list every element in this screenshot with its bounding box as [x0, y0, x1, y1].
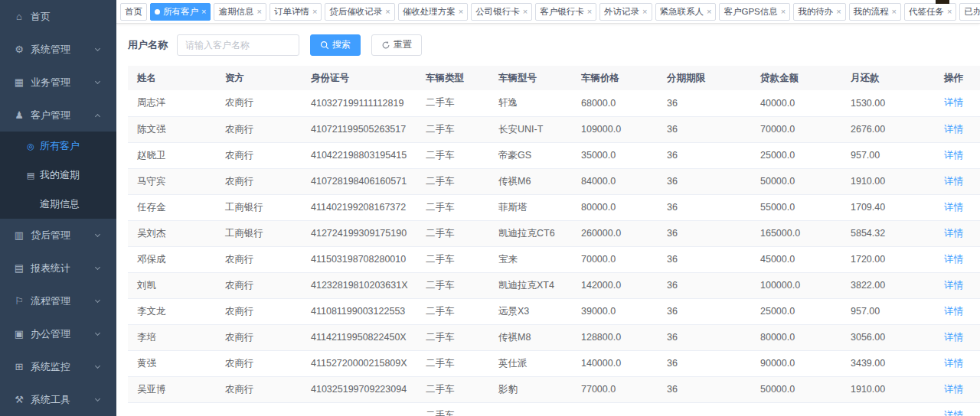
close-tab-icon[interactable]: × [892, 8, 897, 16]
sidebar-item-process[interactable]: ⚐流程管理 [0, 284, 116, 317]
table-header-row: 姓名资方身份证号车辆类型车辆型号车辆价格分期期限贷款金额月还款操作 [128, 66, 980, 90]
tab-customer-bank-card[interactable]: 客户银行卡× [535, 3, 596, 21]
close-tab-icon[interactable]: × [201, 8, 206, 16]
tab-emergency-contacts[interactable]: 紧急联系人× [655, 3, 717, 21]
table-cell: 36 [658, 220, 751, 246]
close-tab-icon[interactable]: × [642, 8, 647, 16]
chevron-down-icon [95, 45, 100, 50]
sidebar-item-label: 逾期信息 [40, 197, 80, 211]
search-button[interactable]: 搜索 [310, 34, 361, 56]
tab-home[interactable]: 首页 [120, 3, 147, 21]
table-cell: 100000.0 [751, 272, 841, 298]
table-cell [658, 402, 751, 416]
table-cell-actions: 详情 [935, 194, 980, 220]
customer-name-input[interactable] [177, 34, 299, 56]
table-cell: 55000.0 [751, 194, 841, 220]
sidebar-item-office[interactable]: ▣办公管理 [0, 317, 116, 350]
detail-link[interactable]: 详情 [944, 384, 963, 395]
table-cell-actions: 详情 [935, 272, 980, 298]
all-customers-icon: ◎ [25, 141, 36, 151]
table-cell: 农商行 [216, 298, 302, 324]
detail-link[interactable]: 详情 [944, 97, 963, 108]
table-cell: 68000.0 [572, 90, 658, 116]
tab-all-customers[interactable]: 所有客户× [150, 3, 211, 21]
sidebar-item-tools[interactable]: ⚒系统工具 [0, 383, 116, 416]
detail-link[interactable]: 详情 [944, 202, 963, 213]
close-tab-icon[interactable]: × [459, 8, 463, 16]
table-cell: 80000.0 [751, 324, 841, 350]
close-tab-icon[interactable]: × [385, 8, 390, 16]
sidebar-item-business[interactable]: ▦业务管理 [0, 66, 116, 99]
detail-link[interactable]: 详情 [944, 124, 963, 135]
table-cell: 二手车 [416, 220, 489, 246]
detail-link[interactable]: 详情 [944, 280, 963, 291]
detail-link[interactable]: 详情 [944, 410, 963, 416]
detail-link[interactable]: 详情 [944, 306, 963, 317]
chevron-down-icon [95, 362, 100, 368]
table-cell [302, 402, 416, 416]
table-row: 陈文强农商行410721199505263517二手车长安UNI-T109000… [128, 116, 980, 142]
sidebar-item-home[interactable]: ⌂首页 [0, 0, 116, 33]
close-tab-icon[interactable]: × [587, 8, 592, 16]
detail-link[interactable]: 详情 [944, 332, 963, 343]
detail-link[interactable]: 详情 [944, 254, 963, 265]
table-row: 周志洋农商行410327199111112819二手车轩逸68000.03640… [128, 90, 980, 116]
table-cell: 36 [658, 142, 751, 168]
sidebar: ⌂首页⚙系统管理▦业务管理♟客户管理◎所有客户▤我的逾期逾期信息▥贷后管理▤报表… [0, 0, 116, 416]
table-cell: 任存金 [128, 194, 216, 220]
tab-label: 逾期信息 [218, 6, 253, 18]
sidebar-item-report[interactable]: ▤报表统计 [0, 252, 116, 284]
chevron-down-icon [95, 231, 100, 236]
search-label: 用户名称 [128, 38, 168, 52]
tab-my-todo[interactable]: 我的待办× [793, 3, 845, 21]
search-icon [320, 41, 329, 50]
close-tab-icon[interactable]: × [781, 8, 786, 16]
table-cell: 马守宾 [128, 168, 216, 194]
table-cell: 吴亚博 [128, 376, 216, 402]
tab-customer-gps[interactable]: 客户GPS信息× [719, 3, 790, 21]
tab-collection-records[interactable]: 贷后催收记录× [325, 3, 394, 21]
table-cell: 1530.00 [841, 90, 935, 116]
tab-done-tasks[interactable]: 已办任务× [959, 3, 980, 21]
column-header: 月还款 [841, 66, 935, 90]
sidebar-item-overdue-info[interactable]: 逾期信息 [0, 190, 116, 219]
sidebar-item-all-customers[interactable]: ◎所有客户 [0, 132, 116, 161]
tab-my-process[interactable]: 我的流程× [849, 3, 901, 21]
tab-visit-records[interactable]: 外访记录× [599, 3, 652, 21]
reset-button[interactable]: 重置 [371, 34, 422, 56]
sidebar-item-loan[interactable]: ▥贷后管理 [0, 219, 116, 252]
close-tab-icon[interactable]: × [256, 8, 261, 16]
table-cell: 410721199505263517 [302, 116, 416, 142]
sidebar-item-system[interactable]: ⚙系统管理 [0, 33, 116, 66]
tab-overdue-info[interactable]: 逾期信息× [214, 3, 266, 21]
detail-link[interactable]: 详情 [944, 176, 963, 187]
sidebar-item-my-overdue[interactable]: ▤我的逾期 [0, 161, 116, 190]
table-cell: 36 [658, 90, 751, 116]
table-cell: 410325199709223094 [302, 376, 416, 402]
detail-link[interactable]: 详情 [944, 228, 963, 239]
tab-company-bank-card[interactable]: 公司银行卡× [471, 3, 532, 21]
close-tab-icon[interactable]: × [836, 8, 841, 16]
tab-order-detail[interactable]: 订单详情× [270, 3, 322, 21]
active-tab-dot-icon [155, 9, 160, 15]
close-tab-icon[interactable]: × [947, 8, 952, 16]
main-panel: 首页所有客户×逾期信息×订单详情×贷后催收记录×催收处理方案×公司银行卡×客户银… [116, 0, 980, 416]
table-cell: 50000.0 [751, 168, 841, 194]
sidebar-item-customer[interactable]: ♟客户管理 [0, 99, 116, 132]
tab-collection-plan[interactable]: 催收处理方案× [398, 3, 468, 21]
table-cell: 411503198708280010 [302, 246, 416, 272]
column-header: 操作 [935, 66, 980, 90]
detail-link[interactable]: 详情 [944, 150, 963, 161]
column-header: 贷款金额 [751, 66, 841, 90]
table-cell: 3822.00 [841, 272, 935, 298]
tab-label: 贷后催收记录 [329, 6, 382, 18]
table-cell: 36 [658, 168, 751, 194]
close-tab-icon[interactable]: × [312, 8, 317, 16]
tab-sign-tasks[interactable]: 代签任务× [904, 3, 956, 21]
office-icon: ▣ [13, 328, 25, 340]
detail-link[interactable]: 详情 [944, 358, 963, 369]
sidebar-item-monitor[interactable]: ⊞系统监控 [0, 350, 116, 383]
close-tab-icon[interactable]: × [523, 8, 528, 16]
loan-icon: ▥ [13, 229, 25, 241]
close-tab-icon[interactable]: × [707, 8, 711, 16]
